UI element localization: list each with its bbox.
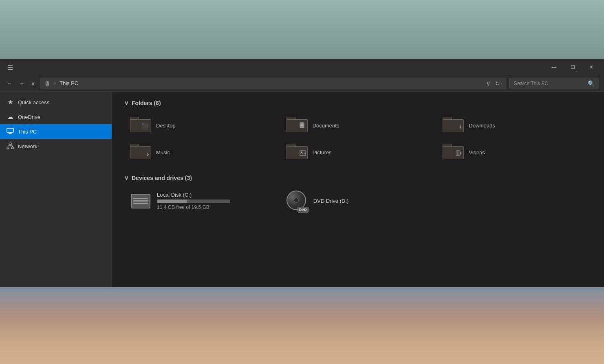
c-drive-bar-track bbox=[157, 200, 230, 203]
address-path: This PC bbox=[60, 80, 78, 86]
sidebar-label-this-pc: This PC bbox=[18, 129, 37, 135]
titlebar-left: ☰ bbox=[5, 62, 15, 73]
videos-folder-icon bbox=[443, 144, 464, 161]
folders-chevron-icon: ∨ bbox=[124, 100, 128, 106]
folder-documents[interactable]: Documents bbox=[281, 113, 436, 138]
sidebar-label-quick-access: Quick access bbox=[18, 99, 49, 105]
titlebar-right: — ☐ ✕ bbox=[544, 61, 601, 74]
drive-d[interactable]: DVD DVD Drive (D:) bbox=[281, 188, 436, 214]
cloud-icon: ☁ bbox=[7, 113, 14, 121]
titlebar: ☰ — ☐ ✕ bbox=[0, 59, 604, 75]
folder-pictures-label: Pictures bbox=[313, 149, 332, 156]
pictures-folder-icon bbox=[287, 144, 308, 161]
star-icon: ★ bbox=[7, 99, 14, 106]
folder-music-label: Music bbox=[156, 149, 170, 156]
svg-rect-15 bbox=[456, 151, 460, 156]
folder-pictures[interactable]: Pictures bbox=[281, 140, 436, 165]
folder-documents-label: Documents bbox=[313, 123, 339, 129]
navbar: ← → ∨ 🖥 > This PC ∨ ↻ Search This PC 🔍 bbox=[0, 75, 604, 92]
sidebar-label-network: Network bbox=[18, 143, 37, 149]
search-bar[interactable]: Search This PC 🔍 bbox=[509, 78, 599, 89]
address-separator: > bbox=[53, 81, 56, 86]
close-button[interactable]: ✕ bbox=[582, 61, 601, 74]
monitor-icon: 🖥 bbox=[44, 80, 50, 87]
folder-desktop[interactable]: ⬛ Desktop bbox=[124, 113, 279, 138]
wallpaper-top bbox=[0, 0, 604, 59]
documents-folder-icon bbox=[287, 117, 308, 134]
c-drive-bar-fill bbox=[157, 200, 187, 203]
folder-desktop-label: Desktop bbox=[156, 123, 176, 129]
svg-rect-0 bbox=[7, 128, 13, 132]
d-drive-info: DVD Drive (D:) bbox=[313, 198, 349, 204]
address-bar[interactable]: 🖥 > This PC ∨ ↻ bbox=[40, 78, 506, 89]
address-controls: ∨ ↻ bbox=[485, 79, 502, 88]
hdd-icon bbox=[130, 193, 151, 210]
sidebar: ★ Quick access ☁ OneDrive This PC bbox=[0, 92, 112, 287]
folder-videos[interactable]: Videos bbox=[437, 140, 592, 165]
forward-button[interactable]: → bbox=[17, 79, 26, 88]
sidebar-label-onedrive: OneDrive bbox=[18, 114, 40, 120]
hdd-line-3 bbox=[133, 203, 148, 204]
folder-videos-label: Videos bbox=[469, 149, 485, 156]
sidebar-item-onedrive[interactable]: ☁ OneDrive bbox=[0, 110, 112, 124]
folders-section-header[interactable]: ∨ Folders (6) bbox=[124, 100, 592, 106]
main-content: ∨ Folders (6) ⬛ Desktop bbox=[112, 92, 604, 287]
hdd-line-1 bbox=[133, 198, 148, 199]
sidebar-item-network[interactable]: Network bbox=[0, 139, 112, 153]
computer-icon bbox=[7, 128, 14, 136]
svg-rect-5 bbox=[11, 147, 13, 149]
drive-c[interactable]: Local Disk (C:) 11.4 GB free of 19.5 GB bbox=[124, 188, 279, 214]
downloads-folder-icon: ↓ bbox=[443, 117, 464, 134]
search-placeholder-text: Search This PC bbox=[514, 81, 548, 86]
c-drive-name: Local Disk (C:) bbox=[157, 192, 230, 198]
c-drive-free: 11.4 GB free of 19.5 GB bbox=[157, 204, 230, 210]
folders-section-label: Folders (6) bbox=[132, 100, 161, 106]
drives-grid: Local Disk (C:) 11.4 GB free of 19.5 GB bbox=[124, 188, 592, 214]
file-explorer-window: ☰ — ☐ ✕ ← → ∨ 🖥 > This PC ∨ ↻ Search Thi… bbox=[0, 59, 604, 287]
network-icon bbox=[7, 143, 14, 150]
drives-section-header[interactable]: ∨ Devices and drives (3) bbox=[124, 175, 592, 181]
sidebar-item-quick-access[interactable]: ★ Quick access bbox=[0, 95, 112, 110]
svg-rect-3 bbox=[9, 143, 11, 145]
hdd-line-2 bbox=[133, 200, 148, 202]
content-area: ★ Quick access ☁ OneDrive This PC bbox=[0, 92, 604, 287]
desktop-folder-icon: ⬛ bbox=[130, 117, 151, 134]
hamburger-icon[interactable]: ☰ bbox=[5, 62, 15, 73]
d-drive-name: DVD Drive (D:) bbox=[313, 198, 349, 204]
folder-music[interactable]: ♪ Music bbox=[124, 140, 279, 165]
svg-rect-4 bbox=[7, 147, 9, 149]
folder-downloads[interactable]: ↓ Downloads bbox=[437, 113, 592, 138]
c-drive-info: Local Disk (C:) 11.4 GB free of 19.5 GB bbox=[157, 192, 230, 210]
maximize-button[interactable]: ☐ bbox=[563, 61, 582, 74]
dvd-center-hole bbox=[294, 198, 299, 203]
address-dropdown-button[interactable]: ∨ bbox=[485, 79, 492, 88]
folders-grid: ⬛ Desktop bbox=[124, 113, 592, 165]
back-button[interactable]: ← bbox=[5, 79, 14, 88]
history-dropdown-button[interactable]: ∨ bbox=[29, 79, 37, 88]
dvd-icon-wrap: DVD bbox=[287, 193, 308, 210]
refresh-button[interactable]: ↻ bbox=[494, 79, 502, 88]
dvd-label: DVD bbox=[298, 207, 309, 213]
drives-section-label: Devices and drives (3) bbox=[132, 175, 192, 181]
sidebar-item-this-pc[interactable]: This PC bbox=[0, 124, 112, 139]
minimize-button[interactable]: — bbox=[544, 61, 563, 74]
music-folder-icon: ♪ bbox=[130, 144, 151, 161]
wallpaper-bottom bbox=[0, 287, 604, 364]
svg-rect-13 bbox=[300, 151, 306, 156]
folder-downloads-label: Downloads bbox=[469, 123, 495, 129]
drives-chevron-icon: ∨ bbox=[124, 175, 128, 181]
search-icon: 🔍 bbox=[588, 80, 595, 87]
